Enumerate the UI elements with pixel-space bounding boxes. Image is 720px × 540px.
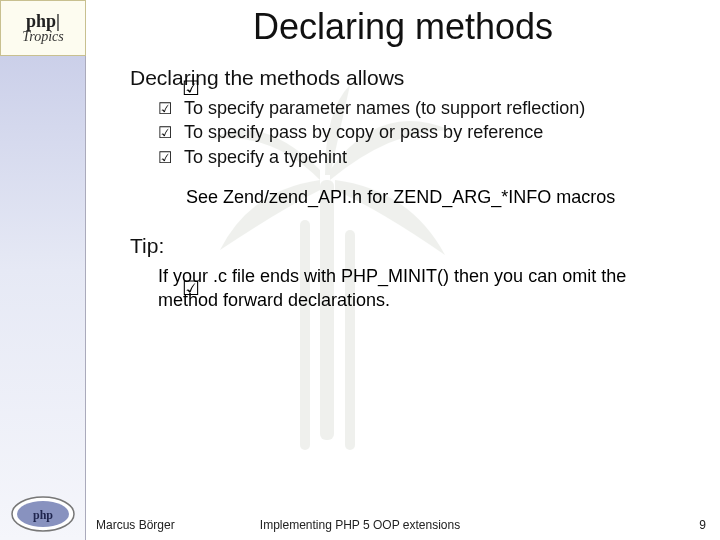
section2-heading: Tip: bbox=[130, 234, 720, 258]
footer: php Marcus Börger Implementing PHP 5 OOP… bbox=[0, 488, 720, 540]
slide-title: Declaring methods bbox=[86, 6, 720, 48]
section1-heading: Declaring the methods allows bbox=[130, 66, 720, 90]
logo-bar: | bbox=[56, 11, 60, 31]
list-item: ☑ To specify a typehint bbox=[158, 145, 720, 169]
checkbox-icon: ☑ bbox=[158, 98, 172, 120]
slide-content: Declaring methods ☑ Declaring the method… bbox=[86, 0, 720, 540]
list-item-text: To specify pass by copy or pass by refer… bbox=[184, 122, 543, 142]
logo-box: php| Tropics bbox=[0, 0, 86, 56]
sidebar: php| Tropics bbox=[0, 0, 86, 540]
footer-title: Implementing PHP 5 OOP extensions bbox=[0, 518, 720, 532]
checkbox-icon: ☑ bbox=[158, 147, 172, 169]
checkbox-icon: ☑ bbox=[182, 278, 200, 298]
section2-body: If your .c file ends with PHP_MINIT() th… bbox=[158, 264, 690, 313]
checkbox-icon: ☑ bbox=[182, 78, 200, 98]
section1-see-note: See Zend/zend_API.h for ZEND_ARG_*INFO m… bbox=[186, 187, 690, 208]
logo-php: php bbox=[26, 11, 56, 31]
logo-tropics: Tropics bbox=[22, 29, 64, 45]
list-item: ☑ To specify parameter names (to support… bbox=[158, 96, 720, 120]
section1-list: ☑ To specify parameter names (to support… bbox=[158, 96, 720, 169]
list-item: ☑ To specify pass by copy or pass by ref… bbox=[158, 120, 720, 144]
list-item-text: To specify a typehint bbox=[184, 147, 347, 167]
checkbox-icon: ☑ bbox=[158, 122, 172, 144]
footer-page-number: 9 bbox=[699, 518, 706, 532]
list-item-text: To specify parameter names (to support r… bbox=[184, 98, 585, 118]
